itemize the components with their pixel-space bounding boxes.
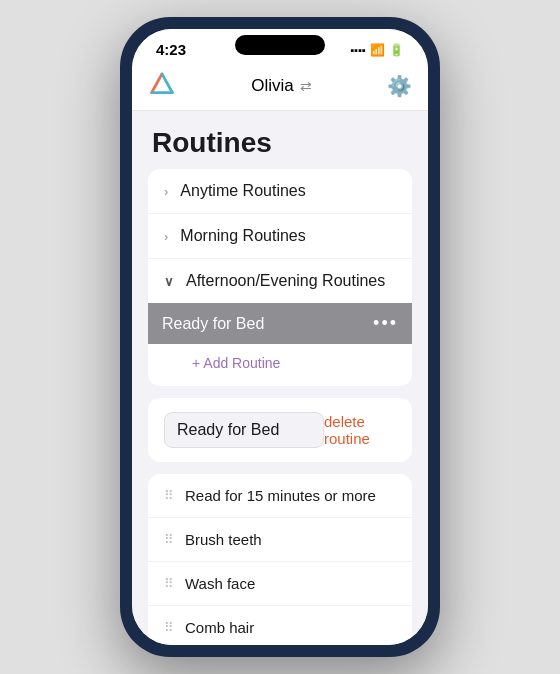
notch: [235, 35, 325, 55]
phone-screen: 4:23 ▪▪▪▪ 📶 🔋 Olivia ⇄ ⚙️: [132, 29, 428, 645]
selected-routine-label: Ready for Bed: [162, 315, 264, 333]
header-center: Olivia ⇄: [251, 76, 312, 96]
routine-row-morning[interactable]: › Morning Routines: [148, 214, 412, 259]
username-label: Olivia: [251, 76, 294, 96]
task-label: Brush teeth: [185, 531, 262, 548]
selected-routine-row[interactable]: Ready for Bed •••: [148, 303, 412, 344]
add-routine-row: + Add Routine: [148, 344, 412, 386]
settings-icon[interactable]: ⚙️: [387, 74, 412, 98]
task-row: ⠿ Brush teeth: [148, 518, 412, 562]
morning-routines-label: Morning Routines: [180, 227, 305, 245]
task-label: Comb hair: [185, 619, 254, 636]
task-row: ⠿ Wash face: [148, 562, 412, 606]
task-row: ⠿ Read for 15 minutes or more: [148, 474, 412, 518]
chevron-right-icon-anytime: ›: [164, 184, 168, 199]
status-icons: ▪▪▪▪ 📶 🔋: [350, 43, 404, 57]
logo-svg: [148, 72, 176, 100]
chevron-down-icon-afternoon: ∨: [164, 274, 174, 289]
task-row: ⠿ Comb hair: [148, 606, 412, 645]
phone-frame: 4:23 ▪▪▪▪ 📶 🔋 Olivia ⇄ ⚙️: [120, 17, 440, 657]
edit-routine-section: delete routine: [148, 398, 412, 462]
chevron-right-icon-morning: ›: [164, 229, 168, 244]
routine-row-anytime[interactable]: › Anytime Routines: [148, 169, 412, 214]
drag-handle-icon[interactable]: ⠿: [164, 576, 175, 591]
content-area: › Anytime Routines › Morning Routines ∨ …: [132, 169, 428, 645]
drag-handle-icon[interactable]: ⠿: [164, 488, 175, 503]
drag-handle-icon[interactable]: ⠿: [164, 532, 175, 547]
page-title: Routines: [152, 127, 408, 159]
svg-line-1: [162, 74, 172, 93]
page-title-bar: Routines: [132, 111, 428, 169]
status-time: 4:23: [156, 41, 186, 58]
signal-icon: ▪▪▪▪: [350, 44, 366, 56]
swap-icon[interactable]: ⇄: [300, 78, 312, 94]
add-routine-link[interactable]: + Add Routine: [192, 355, 280, 371]
routine-name-input[interactable]: [164, 412, 324, 448]
anytime-routines-label: Anytime Routines: [180, 182, 305, 200]
wifi-icon: 📶: [370, 43, 385, 57]
battery-icon: 🔋: [389, 43, 404, 57]
task-label: Wash face: [185, 575, 255, 592]
tasks-card: ⠿ Read for 15 minutes or more ⠿ Brush te…: [148, 474, 412, 645]
more-options-icon[interactable]: •••: [373, 313, 398, 334]
delete-routine-button[interactable]: delete routine: [324, 413, 396, 447]
svg-line-0: [152, 74, 162, 93]
task-label: Read for 15 minutes or more: [185, 487, 376, 504]
drag-handle-icon[interactable]: ⠿: [164, 620, 175, 635]
routine-row-afternoon[interactable]: ∨ Afternoon/Evening Routines: [148, 259, 412, 303]
afternoon-routines-label: Afternoon/Evening Routines: [186, 272, 385, 290]
routine-groups-card: › Anytime Routines › Morning Routines ∨ …: [148, 169, 412, 386]
app-logo[interactable]: [148, 72, 176, 100]
app-header: Olivia ⇄ ⚙️: [132, 64, 428, 111]
